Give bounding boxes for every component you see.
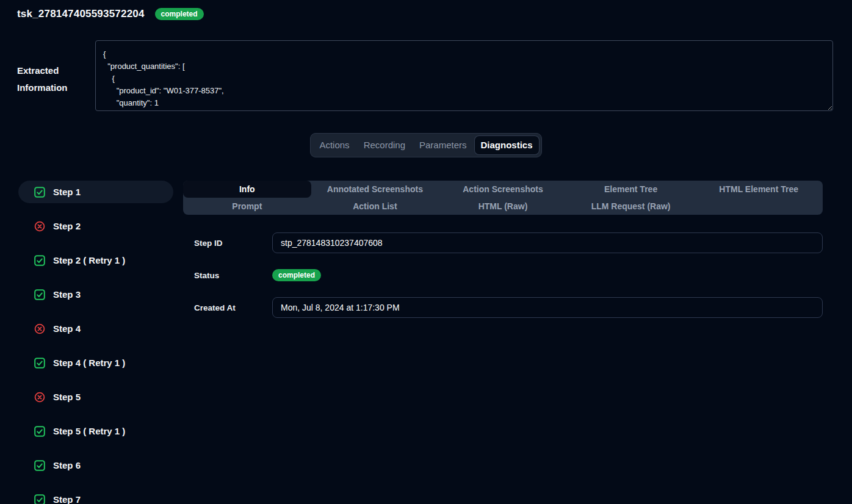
step-label: Step 3 bbox=[53, 289, 81, 300]
check-square-icon bbox=[34, 494, 45, 504]
step-label: Step 1 bbox=[53, 187, 81, 197]
step-status-badge: completed bbox=[272, 269, 321, 281]
check-square-icon bbox=[34, 255, 45, 266]
tab-action-list[interactable]: Action List bbox=[311, 198, 439, 215]
tab-element-tree[interactable]: Element Tree bbox=[567, 181, 695, 198]
tab-annotated-screenshots[interactable]: Annotated Screenshots bbox=[311, 181, 439, 198]
step-item-3[interactable]: Step 3 bbox=[18, 283, 173, 306]
step-label: Step 5 ( Retry 1 ) bbox=[53, 426, 125, 436]
step-item-2-retry-1[interactable]: Step 2 ( Retry 1 ) bbox=[18, 249, 173, 272]
step-label: Step 2 bbox=[53, 221, 81, 231]
tab-llm-request-raw[interactable]: LLM Request (Raw) bbox=[567, 198, 695, 215]
step-item-4[interactable]: Step 4 bbox=[18, 317, 173, 340]
created-at-input[interactable] bbox=[272, 297, 823, 318]
check-square-icon bbox=[34, 289, 45, 300]
task-status-badge: completed bbox=[155, 8, 204, 20]
step-item-2[interactable]: Step 2 bbox=[18, 215, 173, 237]
created-at-row: Created At bbox=[194, 297, 823, 318]
diagnostics-tab-bar: Info Annotated Screenshots Action Screen… bbox=[183, 181, 823, 215]
step-info-section: Step ID Status completed Created At bbox=[183, 232, 823, 318]
step-label: Step 7 bbox=[53, 494, 81, 504]
step-item-7[interactable]: Step 7 bbox=[18, 488, 173, 504]
check-square-icon bbox=[34, 358, 45, 369]
tab-diagnostics[interactable]: Diagnostics bbox=[475, 136, 539, 154]
step-status-label: Status bbox=[194, 271, 272, 280]
step-label: Step 6 bbox=[53, 460, 81, 470]
tab-recording[interactable]: Recording bbox=[358, 136, 411, 154]
extracted-information-section: Extracted Information bbox=[17, 40, 833, 111]
main-tab-group: Actions Recording Parameters Diagnostics bbox=[310, 133, 541, 157]
tab-action-screenshots[interactable]: Action Screenshots bbox=[439, 181, 567, 198]
step-id-row: Step ID bbox=[194, 232, 823, 253]
step-item-1[interactable]: Step 1 bbox=[18, 181, 173, 203]
task-header: tsk_278147405593572204 completed bbox=[0, 0, 852, 20]
x-circle-icon bbox=[34, 221, 45, 232]
step-item-5[interactable]: Step 5 bbox=[18, 386, 173, 408]
steps-sidebar: Step 1 Step 2 Step 2 ( Retry 1 ) Step 3 … bbox=[18, 181, 173, 504]
check-square-icon bbox=[34, 460, 45, 471]
extracted-information-textarea[interactable] bbox=[95, 40, 833, 111]
step-item-5-retry-1[interactable]: Step 5 ( Retry 1 ) bbox=[18, 420, 173, 442]
check-square-icon bbox=[34, 426, 45, 437]
step-detail-panel: Info Annotated Screenshots Action Screen… bbox=[183, 181, 823, 334]
step-label: Step 4 ( Retry 1 ) bbox=[53, 358, 125, 368]
main-tab-bar: Actions Recording Parameters Diagnostics bbox=[0, 133, 852, 157]
step-id-input[interactable] bbox=[272, 232, 823, 253]
tab-html-raw[interactable]: HTML (Raw) bbox=[439, 198, 567, 215]
x-circle-icon bbox=[34, 392, 45, 403]
check-square-icon bbox=[34, 187, 45, 198]
tab-info[interactable]: Info bbox=[183, 181, 311, 198]
tab-parameters[interactable]: Parameters bbox=[413, 136, 473, 154]
step-label: Step 4 bbox=[53, 323, 81, 334]
tab-html-element-tree[interactable]: HTML Element Tree bbox=[695, 181, 823, 198]
step-item-6[interactable]: Step 6 bbox=[18, 454, 173, 477]
step-status-row: Status completed bbox=[194, 269, 823, 281]
tab-actions[interactable]: Actions bbox=[313, 136, 355, 154]
step-label: Step 2 ( Retry 1 ) bbox=[53, 255, 125, 265]
extracted-information-label: Extracted Information bbox=[17, 40, 95, 111]
created-at-label: Created At bbox=[194, 303, 272, 312]
tab-prompt[interactable]: Prompt bbox=[183, 198, 311, 215]
step-item-4-retry-1[interactable]: Step 4 ( Retry 1 ) bbox=[18, 351, 173, 374]
step-id-label: Step ID bbox=[194, 239, 272, 248]
x-circle-icon bbox=[34, 323, 45, 334]
task-id-title: tsk_278147405593572204 bbox=[17, 8, 145, 20]
step-label: Step 5 bbox=[53, 392, 81, 402]
diagnostics-content: Step 1 Step 2 Step 2 ( Retry 1 ) Step 3 … bbox=[18, 181, 823, 504]
